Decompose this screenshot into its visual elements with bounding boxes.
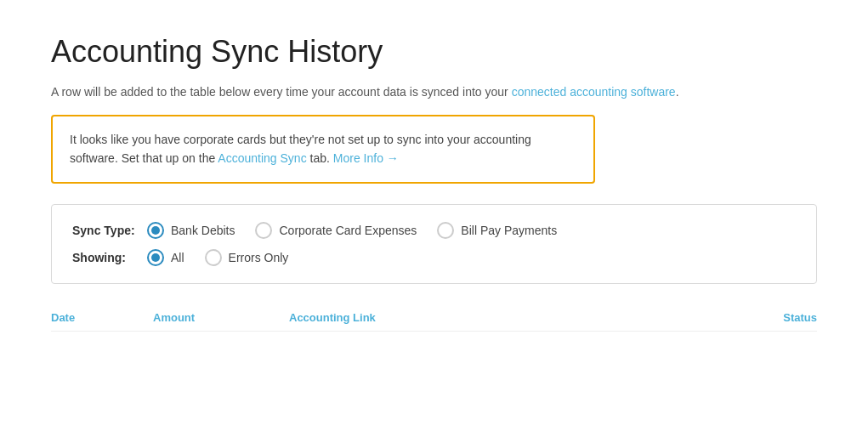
sync-option-bank-debits[interactable]: Bank Debits — [147, 222, 235, 239]
sync-option-bill-pay-label: Bill Pay Payments — [461, 224, 557, 237]
radio-bank-debits[interactable] — [147, 222, 164, 239]
radio-all[interactable] — [147, 249, 164, 266]
subtitle-text-before: A row will be added to the table below e… — [51, 85, 512, 99]
sync-option-corporate-card-label: Corporate Card Expenses — [279, 224, 417, 237]
column-amount: Amount — [153, 311, 289, 324]
showing-option-all[interactable]: All — [147, 249, 184, 266]
sync-type-row: Sync Type: Bank Debits Corporate Card Ex… — [72, 222, 796, 239]
showing-radio-group: All Errors Only — [147, 249, 288, 266]
accounting-software-link[interactable]: connected accounting software — [512, 85, 676, 99]
sync-type-label: Sync Type: — [72, 224, 140, 237]
showing-row: Showing: All Errors Only — [72, 249, 796, 266]
radio-bill-pay[interactable] — [437, 222, 454, 239]
subtitle: A row will be added to the table below e… — [51, 83, 817, 101]
showing-option-errors-only-label: Errors Only — [229, 251, 289, 264]
column-accounting-link: Accounting Link — [289, 311, 715, 324]
table-header: Date Amount Accounting Link Status — [51, 304, 817, 332]
warning-box: It looks like you have corporate cards b… — [51, 115, 595, 184]
sync-type-radio-group: Bank Debits Corporate Card Expenses Bill… — [147, 222, 557, 239]
showing-label: Showing: — [72, 251, 140, 264]
more-info-link[interactable]: More Info → — [333, 151, 399, 165]
warning-text-after: tab. — [307, 151, 333, 165]
filter-box: Sync Type: Bank Debits Corporate Card Ex… — [51, 204, 817, 284]
radio-corporate-card[interactable] — [255, 222, 272, 239]
column-status: Status — [715, 311, 817, 324]
accounting-sync-link[interactable]: Accounting Sync — [218, 151, 306, 165]
sync-option-bank-debits-label: Bank Debits — [171, 224, 235, 237]
radio-errors-only[interactable] — [205, 249, 222, 266]
showing-option-errors-only[interactable]: Errors Only — [205, 249, 289, 266]
page-title: Accounting Sync History — [51, 34, 817, 70]
column-date: Date — [51, 311, 153, 324]
subtitle-text-after: . — [676, 85, 679, 99]
showing-option-all-label: All — [171, 251, 184, 264]
sync-option-bill-pay[interactable]: Bill Pay Payments — [437, 222, 557, 239]
sync-option-corporate-card[interactable]: Corporate Card Expenses — [255, 222, 417, 239]
